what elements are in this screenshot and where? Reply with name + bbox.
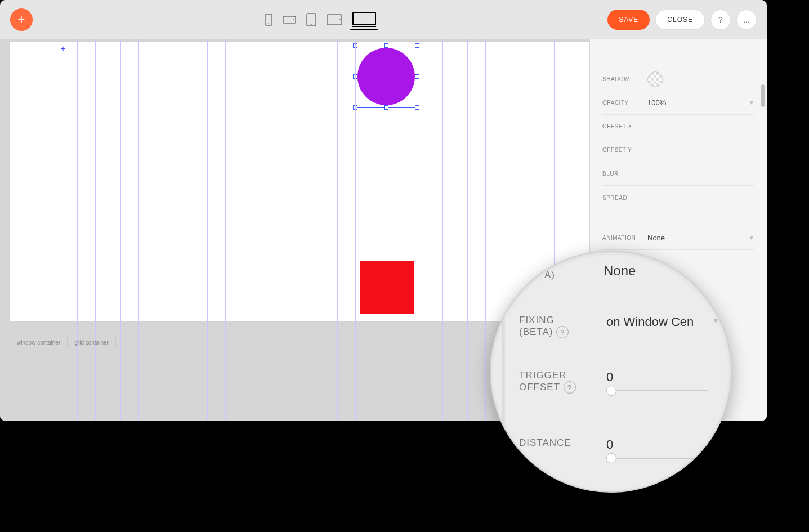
device-phone-portrait[interactable] bbox=[262, 11, 275, 28]
svg-rect-8 bbox=[353, 12, 376, 25]
opacity-label: OPACITY bbox=[602, 100, 647, 106]
origin-marker-icon: + bbox=[61, 44, 65, 53]
property-offset-y[interactable]: OFFSET Y bbox=[602, 138, 754, 162]
device-tablet-landscape[interactable] bbox=[324, 12, 345, 28]
trigger-label2: OFFSET? bbox=[519, 381, 606, 394]
toolbar-actions: SAVE CLOSE ? ... bbox=[607, 10, 757, 30]
animation-label: ANIMATION bbox=[602, 235, 647, 241]
svg-point-3 bbox=[293, 19, 294, 20]
resize-handle-tm[interactable] bbox=[384, 43, 388, 48]
trigger-offset-slider[interactable] bbox=[606, 390, 708, 391]
fixing-label: FIXING bbox=[519, 315, 606, 326]
offsetx-label: OFFSET X bbox=[602, 123, 647, 129]
help-button[interactable]: ? bbox=[710, 10, 731, 30]
resize-handle-tr[interactable] bbox=[415, 43, 419, 48]
resize-handle-ml[interactable] bbox=[353, 74, 357, 79]
chevron-down-icon: ▼ bbox=[712, 316, 719, 325]
selected-element[interactable] bbox=[355, 46, 417, 108]
trigger-offset-value: 0 bbox=[606, 370, 714, 385]
distance-label: DISTANCE bbox=[519, 437, 606, 449]
zoom-magnifier: None ▼ A) FIXING (BETA)? on Window Cen ▼… bbox=[490, 251, 732, 493]
blur-label: BLUR bbox=[602, 171, 647, 177]
more-button[interactable]: ... bbox=[736, 10, 757, 30]
property-offset-x[interactable]: OFFSET X bbox=[602, 115, 754, 138]
svg-point-7 bbox=[339, 19, 341, 20]
fixing-label2: (BETA)? bbox=[519, 326, 606, 338]
device-tablet-portrait[interactable] bbox=[304, 11, 319, 29]
svg-point-5 bbox=[311, 24, 312, 25]
property-opacity[interactable]: OPACITY 100%▼ bbox=[602, 91, 754, 115]
top-toolbar: + SAVE CLOSE ? ... bbox=[0, 0, 767, 39]
distance-value: 0 bbox=[606, 437, 714, 452]
property-shadow: SHADOW bbox=[602, 68, 754, 91]
resize-handle-tl[interactable] bbox=[353, 43, 357, 48]
property-blur[interactable]: BLUR bbox=[602, 162, 754, 186]
shadow-color-swatch[interactable] bbox=[647, 71, 663, 87]
close-button[interactable]: CLOSE bbox=[655, 10, 705, 30]
add-button[interactable]: + bbox=[10, 8, 33, 31]
property-trigger-offset[interactable]: TRIGGER OFFSET? 0 bbox=[519, 370, 714, 394]
selection-outline bbox=[355, 46, 417, 108]
trigger-label: TRIGGER bbox=[519, 370, 606, 381]
property-animation[interactable]: ANIMATION None▼ bbox=[602, 226, 754, 250]
resize-handle-bl[interactable] bbox=[353, 105, 357, 110]
canvas[interactable] bbox=[10, 42, 589, 321]
fixing-value: on Window Cen bbox=[606, 315, 714, 329]
property-fixing[interactable]: FIXING (BETA)? on Window Cen ▼ bbox=[519, 315, 714, 338]
chevron-down-icon: ▼ bbox=[749, 235, 754, 241]
property-spread[interactable]: SPREAD bbox=[602, 186, 754, 209]
distance-slider[interactable] bbox=[606, 458, 708, 459]
breadcrumb: window container grid container bbox=[10, 336, 116, 349]
breadcrumb-item[interactable]: window container bbox=[10, 336, 68, 349]
svg-point-1 bbox=[268, 23, 269, 24]
plus-icon: + bbox=[18, 12, 25, 27]
save-button[interactable]: SAVE bbox=[607, 10, 650, 30]
magnifier-content: None ▼ A) FIXING (BETA)? on Window Cen ▼… bbox=[491, 252, 731, 491]
animation-value-zoom: None bbox=[604, 263, 636, 279]
device-switcher bbox=[262, 10, 378, 30]
panel-scrollbar[interactable] bbox=[761, 84, 765, 107]
resize-handle-bm[interactable] bbox=[384, 105, 388, 110]
device-phone-landscape[interactable] bbox=[280, 14, 298, 26]
help-icon[interactable]: ? bbox=[556, 326, 569, 338]
chevron-down-icon: ▼ bbox=[749, 100, 754, 106]
red-square-shape[interactable] bbox=[360, 261, 414, 314]
slider-thumb[interactable] bbox=[606, 453, 616, 463]
device-desktop[interactable] bbox=[350, 10, 378, 30]
resize-handle-br[interactable] bbox=[415, 105, 419, 110]
resize-handle-mr[interactable] bbox=[415, 74, 419, 79]
shadow-label: SHADOW bbox=[602, 76, 647, 82]
breadcrumb-item[interactable]: grid container bbox=[68, 336, 116, 349]
slider-thumb[interactable] bbox=[606, 386, 616, 396]
partial-label: A) bbox=[544, 270, 555, 281]
help-icon[interactable]: ? bbox=[564, 381, 576, 394]
property-distance[interactable]: DISTANCE 0 bbox=[519, 437, 714, 459]
spread-label: SPREAD bbox=[602, 195, 647, 201]
animation-value: None bbox=[647, 234, 665, 242]
opacity-value: 100% bbox=[647, 99, 666, 107]
offsety-label: OFFSET Y bbox=[602, 147, 647, 153]
